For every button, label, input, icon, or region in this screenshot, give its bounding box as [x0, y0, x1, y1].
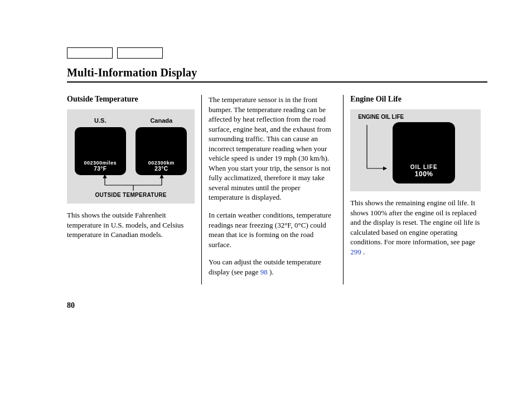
canada-temperature: 23°C	[154, 166, 168, 172]
empty-box	[67, 47, 113, 59]
oil-life-label: OIL LIFE	[410, 164, 438, 170]
freezing-warning-paragraph: In certain weather conditions, temperatu…	[209, 210, 336, 249]
us-label: U.S.	[75, 117, 126, 124]
engine-oil-caption: ENGINE OIL LIFE	[358, 114, 475, 120]
engine-oil-description: This shows the remaining engine oil life…	[350, 198, 481, 257]
column-1: Outside Temperature U.S. 002300miles 73°…	[67, 95, 201, 284]
outside-temp-description: This shows the outside Fahrenheit temper…	[67, 210, 195, 240]
callout-arrow	[356, 125, 389, 181]
outside-temp-figure: U.S. 002300miles 73°F Canada 002300km 23…	[67, 109, 195, 204]
page-title: Multi-Information Display	[67, 66, 487, 79]
temp-sensor-paragraph: The temperature sensor is in the front b…	[209, 95, 336, 202]
us-temperature: 73°F	[94, 166, 107, 172]
page-link-299[interactable]: 299	[350, 248, 361, 256]
us-display-screen: 002300miles 73°F	[75, 127, 126, 175]
page-link-98[interactable]: 98	[260, 268, 268, 276]
engine-oil-figure: ENGINE OIL LIFE	[350, 109, 481, 191]
title-rule	[67, 81, 487, 83]
us-odometer: 002300miles	[84, 160, 117, 166]
oil-life-display-screen: OIL LIFE 100%	[393, 122, 455, 183]
adjust-temp-paragraph: You can adjust the outside temperature d…	[209, 257, 336, 277]
column-2: The temperature sensor is in the front b…	[201, 95, 344, 284]
canada-label: Canada	[136, 117, 187, 124]
oil-life-value: 100%	[415, 170, 433, 178]
canada-odometer: 002300km	[148, 160, 175, 166]
outside-temp-caption: OUTSIDE TEMPERATURE	[72, 192, 189, 198]
outside-temp-heading: Outside Temperature	[67, 95, 195, 104]
column-3: Engine Oil Life ENGINE OIL LIFE	[344, 95, 487, 284]
engine-oil-text-a: This shows the remaining engine oil life…	[350, 199, 480, 246]
engine-oil-heading: Engine Oil Life	[350, 95, 481, 104]
header-boxes	[67, 47, 487, 61]
canada-display-screen: 002300km 23°C	[136, 127, 187, 175]
adjust-temp-text-b: ).	[268, 268, 274, 276]
empty-box	[117, 47, 163, 59]
engine-oil-text-b: .	[361, 248, 365, 256]
callout-arrows	[72, 175, 189, 192]
page-number: 80	[67, 301, 487, 310]
